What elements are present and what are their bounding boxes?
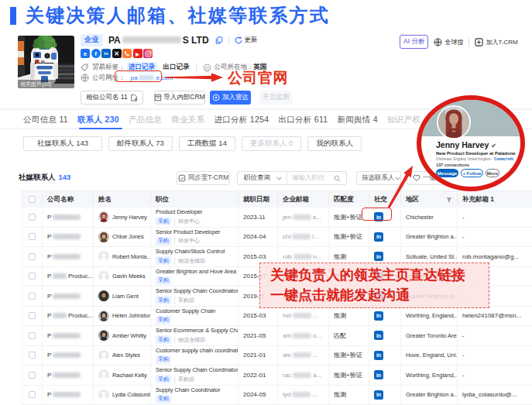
- svg-text:台: 台: [204, 64, 209, 70]
